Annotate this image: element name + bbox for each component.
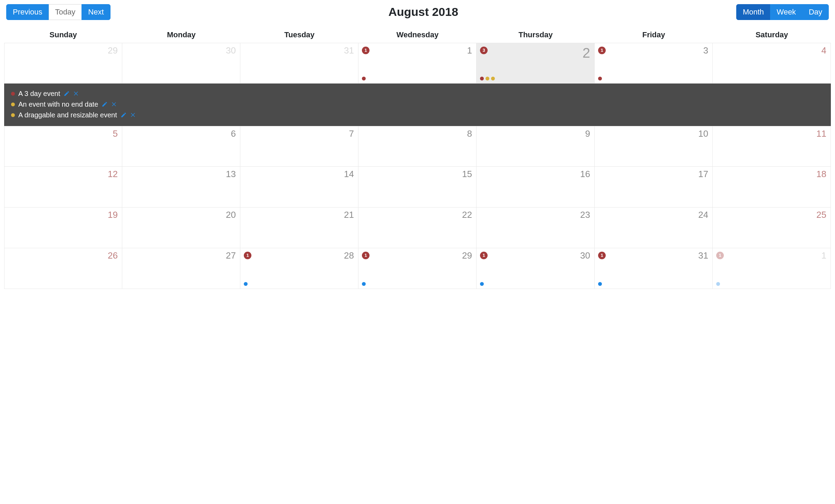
event-dot — [598, 77, 602, 80]
day-cell[interactable]: 291 — [358, 248, 477, 289]
day-cell[interactable]: 23 — [477, 207, 595, 248]
day-number: 13 — [226, 169, 236, 180]
event-dot — [716, 282, 720, 286]
close-icon[interactable] — [111, 101, 117, 107]
day-number: 20 — [226, 210, 236, 220]
pencil-icon[interactable] — [64, 90, 70, 97]
event-dots — [362, 77, 366, 80]
event-dot — [480, 77, 484, 80]
event-dots — [362, 282, 366, 286]
event-color-dot — [11, 103, 15, 106]
day-cell[interactable]: 25 — [713, 207, 831, 248]
day-of-week-label: Monday — [122, 28, 240, 43]
day-cell[interactable]: 24 — [595, 207, 713, 248]
day-number: 11 — [816, 128, 826, 139]
previous-button[interactable]: Previous — [6, 4, 49, 20]
day-cell[interactable]: 19 — [4, 207, 122, 248]
event-count-badge[interactable]: 3 — [480, 47, 488, 54]
day-number: 19 — [108, 210, 118, 220]
day-cell[interactable]: 10 — [595, 126, 713, 167]
event-color-dot — [11, 113, 15, 117]
day-cell[interactable]: 8 — [358, 126, 477, 167]
next-button[interactable]: Next — [81, 4, 110, 20]
day-number: 31 — [344, 45, 354, 56]
event-title: A 3 day event — [18, 88, 60, 99]
week-row: 12131415161718 — [4, 167, 831, 207]
day-of-week-label: Thursday — [477, 28, 595, 43]
day-cell[interactable]: 6 — [122, 126, 240, 167]
day-number: 1 — [822, 250, 826, 261]
event-row[interactable]: An event with no end date — [11, 99, 824, 110]
event-count-badge[interactable]: 1 — [362, 252, 369, 259]
day-number: 10 — [698, 128, 708, 139]
day-cell[interactable]: 17 — [595, 167, 713, 207]
day-number: 2 — [583, 45, 590, 61]
event-row[interactable]: A draggable and resizable event — [11, 110, 824, 120]
event-dot — [362, 77, 366, 80]
view-month-button[interactable]: Month — [736, 4, 770, 20]
day-of-week-label: Wednesday — [358, 28, 477, 43]
day-cell[interactable]: 11 — [713, 248, 831, 289]
event-count-badge[interactable]: 1 — [598, 252, 606, 259]
event-count-badge[interactable]: 1 — [716, 252, 724, 259]
day-number: 3 — [703, 45, 708, 56]
day-cell[interactable]: 14 — [240, 167, 358, 207]
day-cell[interactable]: 29 — [4, 43, 122, 84]
day-cell[interactable]: 7 — [240, 126, 358, 167]
pencil-icon[interactable] — [102, 101, 108, 107]
day-number: 25 — [816, 210, 826, 220]
day-number: 4 — [822, 45, 826, 56]
today-button[interactable]: Today — [49, 4, 82, 20]
day-cell[interactable]: 4 — [713, 43, 831, 84]
day-cell[interactable]: 12 — [4, 167, 122, 207]
day-cell[interactable]: 23 — [477, 43, 595, 84]
day-number: 16 — [580, 169, 590, 180]
day-cell[interactable]: 22 — [358, 207, 477, 248]
event-title: A draggable and resizable event — [18, 110, 117, 120]
day-number: 7 — [349, 128, 354, 139]
event-count-badge[interactable]: 1 — [598, 47, 606, 54]
calendar-toolbar: Previous Today Next August 2018 Month We… — [4, 4, 831, 20]
day-of-week-label: Saturday — [713, 28, 831, 43]
day-cell[interactable]: 27 — [122, 248, 240, 289]
day-cell[interactable]: 311 — [595, 248, 713, 289]
view-day-button[interactable]: Day — [802, 4, 829, 20]
event-count-badge[interactable]: 1 — [480, 252, 488, 259]
day-number: 29 — [462, 250, 472, 261]
day-number: 23 — [580, 210, 590, 220]
day-cell[interactable]: 16 — [477, 167, 595, 207]
month-grid: 2930311123314A 3 day eventAn event with … — [4, 43, 831, 289]
day-cell[interactable]: 9 — [477, 126, 595, 167]
day-cell[interactable]: 11 — [713, 126, 831, 167]
day-number: 31 — [698, 250, 708, 261]
view-week-button[interactable]: Week — [770, 4, 803, 20]
day-cell[interactable]: 31 — [595, 43, 713, 84]
day-cell[interactable]: 20 — [122, 207, 240, 248]
day-cell[interactable]: 15 — [358, 167, 477, 207]
event-dot — [244, 282, 248, 286]
day-cell[interactable]: 26 — [4, 248, 122, 289]
day-cell[interactable]: 281 — [240, 248, 358, 289]
event-count-badge[interactable]: 1 — [362, 47, 369, 54]
day-cell[interactable]: 30 — [122, 43, 240, 84]
day-cell[interactable]: 31 — [240, 43, 358, 84]
day-cell[interactable]: 301 — [477, 248, 595, 289]
event-count-badge[interactable]: 1 — [244, 252, 251, 259]
event-row[interactable]: A 3 day event — [11, 88, 824, 99]
event-dot — [491, 77, 495, 80]
day-number: 22 — [462, 210, 472, 220]
day-cell[interactable]: 11 — [358, 43, 477, 84]
day-cell[interactable]: 13 — [122, 167, 240, 207]
day-cell[interactable]: 5 — [4, 126, 122, 167]
week-row: 567891011 — [4, 126, 831, 167]
day-number: 17 — [698, 169, 708, 180]
close-icon[interactable] — [130, 112, 136, 118]
day-cell[interactable]: 21 — [240, 207, 358, 248]
close-icon[interactable] — [73, 90, 79, 97]
day-number: 1 — [467, 45, 472, 56]
pencil-icon[interactable] — [121, 112, 127, 118]
day-cell[interactable]: 18 — [713, 167, 831, 207]
event-dot — [480, 282, 484, 286]
day-number: 27 — [226, 250, 236, 261]
event-dots — [480, 77, 495, 80]
